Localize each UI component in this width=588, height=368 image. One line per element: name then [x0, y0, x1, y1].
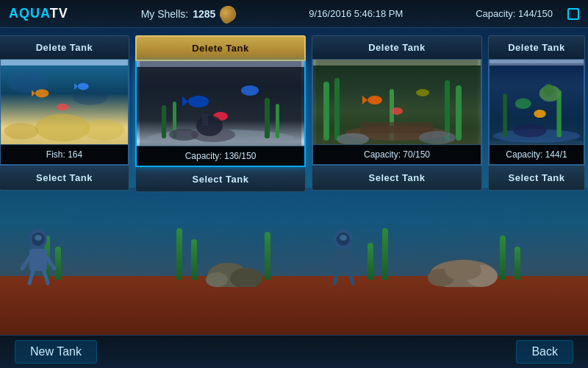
bottom-bar: New Tank Back: [0, 335, 588, 368]
tank-3-preview: [313, 60, 481, 144]
tank-1-select-button[interactable]: Select Tank: [0, 166, 129, 191]
svg-point-32: [57, 104, 69, 110]
tank-4-delete-button[interactable]: Delete Tank: [488, 35, 585, 60]
svg-rect-38: [276, 104, 279, 138]
svg-point-40: [169, 129, 198, 141]
svg-point-25: [35, 114, 90, 141]
svg-point-41: [188, 96, 209, 107]
tank-2-frame: Capacity: 136/150: [135, 61, 306, 167]
svg-point-57: [368, 96, 382, 105]
shell-icon: [217, 2, 239, 24]
svg-point-45: [196, 116, 223, 136]
capacity-label: Capacity: 144/150: [476, 8, 553, 19]
svg-point-24: [73, 88, 107, 105]
tank-slot-2: Delete Tank: [132, 35, 309, 192]
svg-point-68: [513, 124, 547, 137]
new-tank-button[interactable]: New Tank: [15, 340, 97, 364]
svg-point-26: [83, 119, 124, 140]
svg-point-43: [241, 85, 259, 96]
tank-slot-4: Delete Tank: [485, 35, 588, 191]
svg-point-67: [515, 98, 531, 109]
shells-label: My Shells:: [141, 8, 189, 20]
logo-text: AQuATV: [9, 6, 68, 21]
tank-2-select-button[interactable]: Select Tank: [135, 167, 306, 192]
tank-3-frame: Capacity: 70/150: [312, 60, 482, 166]
tank-slot-3: Delete Tank: [309, 35, 485, 191]
svg-point-30: [78, 83, 89, 90]
tank-1-frame: Fish: 164: [0, 60, 129, 166]
tank-3-select-button[interactable]: Select Tank: [312, 166, 482, 191]
back-button[interactable]: Back: [516, 340, 573, 364]
logo-aqua: AQuA: [9, 6, 50, 21]
tank-1-delete-button[interactable]: Delete Tank: [0, 35, 129, 60]
tank-4-fish-svg: [490, 60, 584, 144]
tank-1-fish-svg: [1, 60, 128, 144]
tank-4-select-button[interactable]: Select Tank: [488, 166, 585, 191]
tanks-container: Delete Tank: [0, 28, 588, 335]
svg-point-28: [35, 89, 49, 97]
tank-1-fish-count: Fish: 164: [1, 144, 128, 164]
tank-3-capacity: Capacity: 70/150: [313, 144, 481, 164]
tank-2-delete-button[interactable]: Delete Tank: [135, 35, 306, 61]
tank-4-frame: Capacity: 144/1: [488, 60, 585, 166]
svg-rect-48: [323, 82, 329, 141]
tank-4-preview: [490, 60, 584, 144]
svg-point-69: [534, 110, 545, 118]
tank-2-capacity: Capacity: 136/150: [137, 146, 304, 166]
svg-point-66: [543, 84, 554, 96]
svg-point-60: [391, 107, 403, 115]
tank-2-preview: [137, 61, 304, 146]
svg-rect-63: [503, 93, 506, 137]
svg-point-59: [416, 89, 429, 96]
header-center: My Shells: 1285: [141, 6, 237, 22]
svg-rect-37: [265, 98, 270, 138]
header-bar: AQuATV My Shells: 1285 9/16/2016 5:46:18…: [0, 0, 588, 28]
tank-3-fish-svg: [313, 60, 481, 144]
svg-point-27: [4, 123, 39, 139]
svg-rect-46: [202, 114, 208, 126]
svg-rect-35: [162, 105, 166, 138]
svg-marker-31: [74, 83, 78, 90]
shells-value: 1285: [193, 8, 215, 20]
tank-3-delete-button[interactable]: Delete Tank: [312, 35, 482, 60]
tank-4-capacity: Capacity: 144/1: [490, 144, 584, 164]
tank-2-fish-svg: [137, 61, 304, 146]
main-content: Delete Tank: [0, 28, 588, 335]
tank-1-preview: [1, 60, 128, 144]
tank-slot-1: Delete Tank: [0, 35, 132, 191]
logo-tv: TV: [50, 6, 68, 21]
capacity-icon: [567, 8, 579, 20]
datetime: 9/16/2016 5:46:18 PM: [309, 8, 403, 19]
svg-rect-54: [360, 122, 434, 133]
logo: AQuATV: [9, 6, 68, 21]
svg-rect-49: [334, 78, 340, 141]
svg-rect-50: [456, 85, 462, 141]
svg-point-56: [419, 131, 456, 144]
header-right: Capacity: 144/150: [476, 8, 579, 20]
